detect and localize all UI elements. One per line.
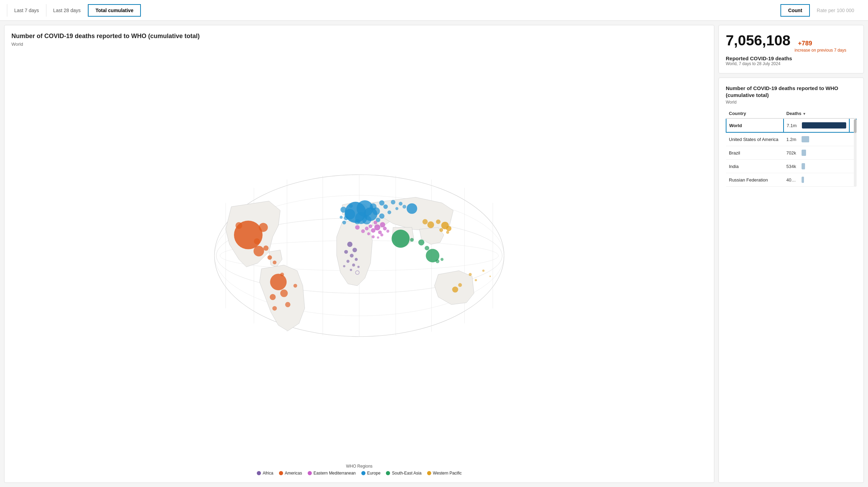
- table-cell-country: United States of America: [726, 132, 784, 146]
- sort-arrow-icon: ▼: [803, 112, 806, 116]
- table-cell-deaths: 702k: [784, 146, 849, 160]
- svg-point-61: [418, 239, 424, 245]
- map-title: Number of COVID-19 deaths reported to WH…: [11, 32, 707, 40]
- table-row[interactable]: Brazil702k: [726, 146, 856, 160]
- tab-last28days[interactable]: Last 28 days: [46, 4, 88, 17]
- svg-point-43: [263, 246, 269, 251]
- legend-dot-europe: [361, 471, 365, 475]
- stats-card: 7,056,108 +789 increase on previous 7 da…: [718, 25, 864, 73]
- svg-point-78: [489, 276, 491, 277]
- table-row[interactable]: United States of America1.2m: [726, 132, 856, 146]
- table-row[interactable]: India534k: [726, 160, 856, 173]
- tab-last7days[interactable]: Last 7 days: [7, 4, 46, 17]
- main-content: Number of COVID-19 deaths reported to WH…: [0, 21, 868, 487]
- legend-label-africa: Africa: [263, 471, 273, 476]
- svg-point-95: [391, 200, 395, 204]
- col-scrollbar-spacer: [849, 109, 856, 118]
- right-panel: 7,056,108 +789 increase on previous 7 da…: [718, 25, 864, 483]
- table-cell-deaths: 534k: [784, 160, 849, 173]
- svg-point-51: [361, 229, 365, 233]
- legend-items: Africa Americas Eastern Mediterranean Eu…: [11, 471, 707, 476]
- svg-point-88: [350, 269, 352, 271]
- svg-point-75: [469, 273, 472, 276]
- scrollbar-thumb[interactable]: [854, 119, 857, 133]
- tab-rate[interactable]: Rate per 100 000: [810, 4, 861, 17]
- map-container: [11, 50, 707, 461]
- legend-label-americas: Americas: [285, 471, 302, 476]
- svg-point-77: [482, 269, 485, 272]
- world-map-svg: [11, 169, 707, 342]
- col-deaths-label: Deaths: [786, 111, 801, 116]
- svg-point-24: [355, 219, 360, 224]
- svg-point-87: [343, 265, 345, 267]
- legend-label-sea: South-East Asia: [392, 471, 421, 476]
- svg-point-63: [410, 238, 414, 242]
- legend-label-western-pacific: Western Pacific: [433, 471, 462, 476]
- stat-sub: World, 7 days to 28 July 2024: [726, 61, 857, 66]
- svg-point-48: [373, 221, 377, 224]
- table-card-sub: World: [726, 100, 857, 105]
- svg-point-56: [386, 230, 389, 233]
- big-number: 7,056,108: [726, 32, 790, 49]
- legend-item-africa: Africa: [257, 471, 273, 476]
- metric-tabs: Count Rate per 100 000: [780, 4, 861, 17]
- col-deaths[interactable]: Deaths ▼: [784, 109, 849, 118]
- table-row[interactable]: Russian Federation40…: [726, 173, 856, 187]
- svg-point-68: [427, 221, 434, 228]
- legend-title: WHO Regions: [11, 464, 707, 469]
- svg-point-81: [344, 250, 348, 254]
- svg-point-34: [273, 260, 277, 264]
- svg-point-32: [254, 238, 260, 244]
- legend-item-western-pacific: Western Pacific: [427, 471, 462, 476]
- legend-item-sea: South-East Asia: [386, 471, 421, 476]
- svg-point-80: [352, 248, 357, 252]
- table-card: Number of COVID-19 deaths reported to WH…: [718, 78, 864, 483]
- legend-label-europe: Europe: [367, 471, 381, 476]
- svg-point-65: [441, 258, 444, 261]
- tab-count[interactable]: Count: [780, 4, 810, 17]
- svg-point-94: [379, 200, 385, 205]
- svg-point-42: [254, 246, 264, 256]
- table-cell-country: World: [726, 118, 784, 132]
- table-row[interactable]: World7.1m: [726, 118, 856, 132]
- svg-point-50: [355, 225, 360, 230]
- svg-point-23: [379, 213, 385, 219]
- tab-total-cumulative[interactable]: Total cumulative: [88, 4, 141, 17]
- svg-point-64: [436, 259, 440, 263]
- svg-point-98: [395, 207, 398, 210]
- svg-point-59: [391, 230, 409, 248]
- svg-point-55: [383, 227, 387, 230]
- svg-point-69: [423, 219, 428, 224]
- stat-label: Reported COVID-19 deaths: [726, 55, 857, 61]
- svg-point-54: [372, 235, 375, 238]
- svg-point-71: [440, 228, 443, 232]
- legend-item-americas: Americas: [279, 471, 302, 476]
- svg-point-41: [293, 284, 297, 288]
- svg-point-31: [235, 222, 242, 229]
- svg-point-22: [370, 203, 377, 210]
- table-cell-deaths: 7.1m: [784, 118, 849, 132]
- table-cell-country: Russian Federation: [726, 173, 784, 187]
- svg-point-72: [446, 231, 449, 234]
- table-cell-country: Brazil: [726, 146, 784, 160]
- svg-point-58: [377, 237, 379, 239]
- svg-point-19: [362, 215, 371, 224]
- svg-point-30: [259, 223, 268, 232]
- svg-point-62: [425, 246, 429, 250]
- svg-point-86: [358, 266, 360, 268]
- svg-point-97: [403, 205, 406, 209]
- svg-point-25: [344, 216, 348, 220]
- map-subtitle: World: [11, 42, 707, 47]
- map-legend: WHO Regions Africa Americas Eastern Medi…: [11, 464, 707, 476]
- legend-dot-africa: [257, 471, 261, 475]
- svg-point-79: [347, 242, 352, 247]
- svg-point-53: [367, 232, 370, 236]
- legend-dot-americas: [279, 471, 283, 475]
- svg-point-74: [458, 283, 462, 287]
- svg-point-93: [340, 216, 343, 219]
- svg-point-67: [446, 226, 451, 231]
- scrollbar-track[interactable]: [854, 119, 857, 187]
- table-cell-country: India: [726, 160, 784, 173]
- legend-dot-sea: [386, 471, 390, 475]
- svg-point-21: [341, 207, 346, 213]
